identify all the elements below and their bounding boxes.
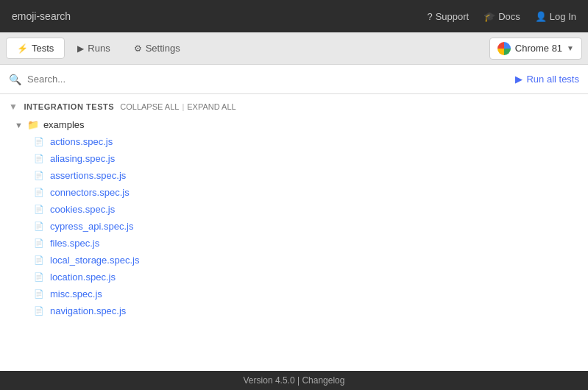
runs-icon: ▶ (77, 43, 84, 54)
file-row[interactable]: 📄 aliasing.spec.js (0, 150, 588, 167)
graduation-icon: 🎓 (483, 11, 495, 22)
file-name: navigation.spec.js (50, 305, 126, 316)
question-icon: ? (427, 11, 432, 22)
file-icon: 📄 (34, 289, 44, 299)
search-input[interactable] (27, 74, 174, 85)
file-name: connectors.spec.js (50, 187, 130, 198)
footer: Version 4.5.0 | Changelog (0, 371, 588, 390)
version-text: Version 4.5.0 (244, 375, 295, 386)
file-name: assertions.spec.js (50, 170, 126, 181)
search-icon: 🔍 (9, 74, 21, 85)
file-icon: 📄 (34, 205, 44, 214)
app-title: emoji-search (12, 10, 71, 22)
browser-name: Chrome 81 (515, 43, 562, 54)
login-link[interactable]: 👤 Log In (535, 11, 576, 22)
file-icon: 📄 (34, 238, 44, 248)
file-icon: 📄 (34, 188, 44, 197)
file-icon: 📄 (34, 137, 44, 146)
file-row[interactable]: 📄 misc.spec.js (0, 286, 588, 302)
collapse-all-link[interactable]: COLLAPSE ALL (120, 102, 179, 111)
file-name: cypress_api.spec.js (50, 221, 133, 232)
folder-examples[interactable]: ▼ 📁 examples (0, 116, 588, 133)
folder-name: examples (43, 119, 85, 130)
search-bar: 🔍 ▶ Run all tests (0, 65, 588, 94)
file-icon: 📄 (34, 306, 44, 316)
top-nav: emoji-search ? Support 🎓 Docs 👤 Log In (0, 0, 588, 32)
main-content: ▼ INTEGRATION TESTS COLLAPSE ALL | EXPAN… (0, 94, 588, 371)
play-icon: ▶ (515, 74, 523, 85)
file-name: cookies.spec.js (50, 204, 115, 215)
file-name: local_storage.spec.js (50, 255, 139, 266)
section-collapse-toggle[interactable]: ▼ (9, 102, 18, 112)
tab-settings[interactable]: ⚙ Settings (123, 38, 191, 59)
user-icon: 👤 (535, 11, 547, 22)
section-actions: COLLAPSE ALL | EXPAND ALL (120, 102, 235, 111)
tab-bar: ⚡ Tests ▶ Runs ⚙ Settings Chrome 81 ▼ (0, 32, 588, 65)
changelog-link[interactable]: Changelog (302, 375, 344, 386)
nav-links: ? Support 🎓 Docs 👤 Log In (427, 11, 576, 22)
file-row[interactable]: 📄 local_storage.spec.js (0, 252, 588, 269)
integration-tests-header: ▼ INTEGRATION TESTS COLLAPSE ALL | EXPAN… (0, 94, 588, 116)
support-link[interactable]: ? Support (427, 11, 469, 22)
file-row[interactable]: 📄 connectors.spec.js (0, 184, 588, 201)
file-icon: 📄 (34, 272, 44, 282)
run-all-button[interactable]: ▶ Run all tests (515, 74, 579, 85)
file-name: misc.spec.js (50, 288, 102, 299)
separator: | (182, 102, 184, 111)
file-icon: 📄 (34, 154, 44, 163)
file-icon: 📄 (34, 255, 44, 265)
tabs-container: ⚡ Tests ▶ Runs ⚙ Settings (6, 38, 489, 59)
folder-toggle-icon: ▼ (15, 121, 23, 130)
settings-icon: ⚙ (134, 43, 142, 54)
file-name: files.spec.js (50, 238, 99, 249)
file-row[interactable]: 📄 actions.spec.js (0, 133, 588, 150)
file-name: location.spec.js (50, 272, 116, 283)
folder-icon: 📁 (27, 119, 39, 130)
file-row[interactable]: 📄 location.spec.js (0, 269, 588, 286)
file-row[interactable]: 📄 assertions.spec.js (0, 167, 588, 184)
file-name: actions.spec.js (50, 136, 113, 147)
file-row[interactable]: 📄 navigation.spec.js (0, 302, 588, 319)
file-list: 📄 actions.spec.js 📄 aliasing.spec.js 📄 a… (0, 133, 588, 319)
tests-icon: ⚡ (17, 43, 28, 54)
browser-icon (497, 42, 511, 55)
file-icon: 📄 (34, 221, 44, 231)
file-icon: 📄 (34, 171, 44, 180)
file-row[interactable]: 📄 cypress_api.spec.js (0, 218, 588, 235)
chevron-down-icon: ▼ (567, 44, 574, 52)
file-row[interactable]: 📄 cookies.spec.js (0, 201, 588, 218)
file-name: aliasing.spec.js (50, 153, 115, 164)
tab-tests[interactable]: ⚡ Tests (6, 38, 65, 59)
expand-all-link[interactable]: EXPAND ALL (187, 102, 235, 111)
search-wrapper: 🔍 (9, 74, 515, 85)
browser-selector[interactable]: Chrome 81 ▼ (489, 38, 582, 60)
tab-runs[interactable]: ▶ Runs (66, 38, 121, 59)
integration-tests-label: INTEGRATION TESTS (24, 102, 114, 111)
file-row[interactable]: 📄 files.spec.js (0, 235, 588, 252)
docs-link[interactable]: 🎓 Docs (483, 11, 520, 22)
